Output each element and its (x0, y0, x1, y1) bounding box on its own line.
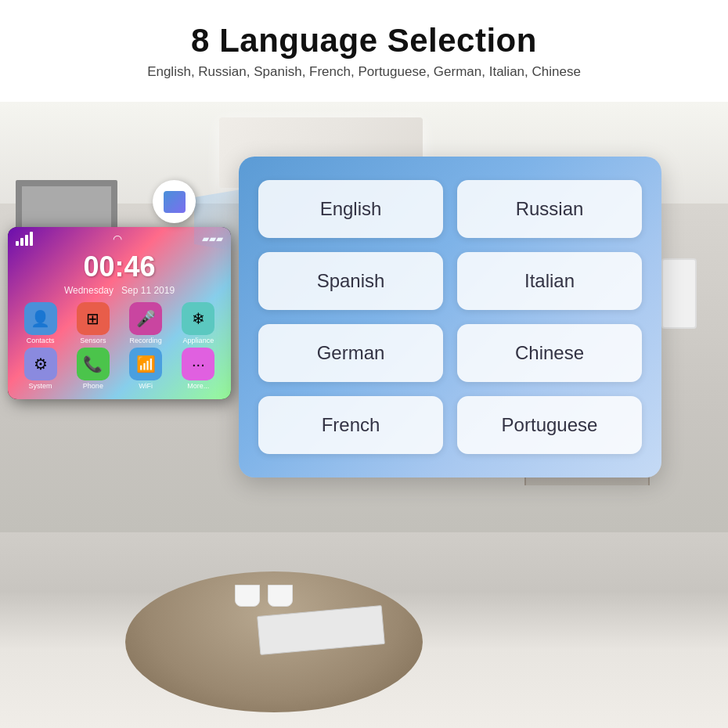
language-button-english[interactable]: English (258, 180, 443, 238)
app-wifi-label: WiFi (139, 382, 153, 390)
app-appliance-label: Appliance (183, 337, 214, 344)
app-sensors[interactable]: ⊞ Sensors (68, 302, 117, 344)
phone-icon: 📞 (77, 348, 110, 380)
device-time: 00:46 (8, 250, 231, 283)
system-icon: ⚙ (24, 348, 57, 380)
app-more-label: More... (187, 382, 209, 390)
app-wifi[interactable]: 📶 WiFi (121, 348, 171, 390)
app-contacts-label: Contacts (27, 337, 55, 344)
language-grid: English Russian Spanish Italian German C… (258, 180, 642, 454)
device-day: Wednesday (64, 285, 114, 296)
app-phone[interactable]: 📞 Phone (68, 348, 117, 390)
language-button-portuguese[interactable]: Portuguese (457, 396, 642, 454)
wifi-app-icon: 📶 (129, 348, 162, 380)
wall-phone (661, 258, 697, 329)
language-button-german[interactable]: German (258, 324, 443, 382)
appliance-icon: ❄ (182, 302, 214, 335)
app-contacts[interactable]: 👤 Contacts (16, 302, 65, 344)
language-button-russian[interactable]: Russian (457, 180, 642, 238)
device-apps-grid: 👤 Contacts ⊞ Sensors 🎤 Recording ❄ Appli… (8, 296, 231, 393)
recording-icon: 🎤 (129, 302, 162, 335)
app-system-label: System (29, 382, 52, 390)
main-content: 8 Language Selection English, Russian, S… (0, 0, 728, 728)
smart-wall-device: ◠ ▰▰▰ 00:46 Wednesday Sep 11 2019 👤 Cont… (8, 227, 231, 399)
page-subtitle: English, Russian, Spanish, French, Portu… (16, 64, 712, 80)
app-phone-label: Phone (83, 382, 103, 390)
device-date-val: Sep 11 2019 (121, 285, 175, 296)
table-cups (235, 585, 293, 607)
app-appliance[interactable]: ❄ Appliance (174, 302, 223, 344)
wall-sensor-device (153, 180, 196, 223)
app-recording[interactable]: 🎤 Recording (121, 302, 171, 344)
app-sensors-label: Sensors (80, 337, 106, 344)
language-button-italian[interactable]: Italian (457, 252, 642, 310)
app-system[interactable]: ⚙ System (16, 348, 65, 390)
app-recording-label: Recording (130, 337, 162, 344)
contacts-icon: 👤 (24, 302, 57, 335)
signal-icon (16, 232, 33, 246)
more-icon: ··· (182, 348, 214, 380)
device-screen: ◠ ▰▰▰ 00:46 Wednesday Sep 11 2019 👤 Cont… (8, 227, 231, 399)
sensor-display (164, 191, 186, 213)
header-section: 8 Language Selection English, Russian, S… (0, 0, 728, 89)
wifi-icon: ◠ (113, 232, 122, 245)
language-button-spanish[interactable]: Spanish (258, 252, 443, 310)
app-more[interactable]: ··· More... (174, 348, 223, 390)
sensors-icon: ⊞ (77, 302, 110, 335)
language-selection-card: English Russian Spanish Italian German C… (239, 157, 661, 478)
language-button-french[interactable]: French (258, 396, 443, 454)
page-title: 8 Language Selection (16, 22, 712, 59)
language-button-chinese[interactable]: Chinese (457, 324, 642, 382)
device-date: Wednesday Sep 11 2019 (8, 285, 231, 296)
